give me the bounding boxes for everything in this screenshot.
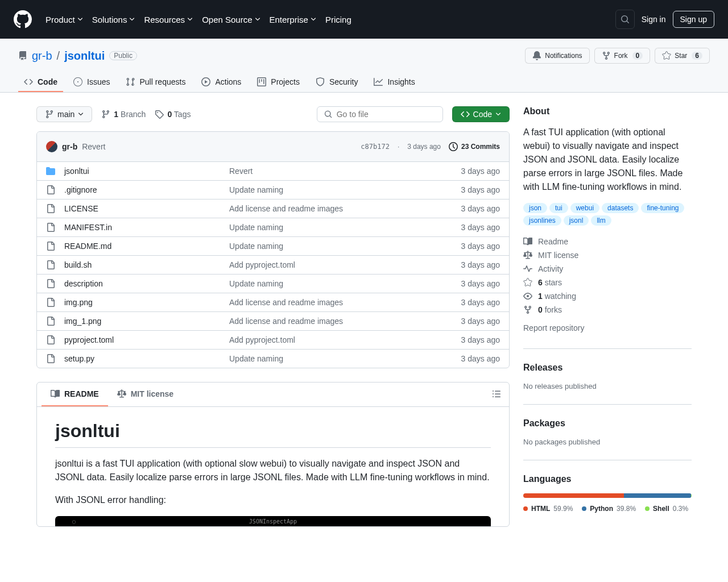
fork-icon — [602, 51, 611, 60]
branch-picker[interactable]: main — [36, 106, 92, 122]
file-icon — [46, 298, 55, 307]
nav-item-enterprise[interactable]: Enterprise — [265, 10, 321, 29]
packages-section: Packages No packages published — [523, 418, 692, 460]
file-name[interactable]: setup.py — [64, 354, 229, 363]
file-search[interactable] — [317, 106, 443, 122]
topic-datasets[interactable]: datasets — [602, 203, 639, 213]
notifications-button[interactable]: Notifications — [525, 48, 589, 64]
file-commit-msg[interactable]: Revert — [229, 167, 461, 176]
tab-projects[interactable]: Projects — [251, 73, 305, 92]
code-button[interactable]: Code — [452, 106, 510, 122]
file-commit-msg[interactable]: Add license and readme images — [229, 204, 461, 213]
file-commit-msg[interactable]: Update naming — [229, 354, 461, 363]
nav-item-product[interactable]: Product — [41, 10, 88, 29]
file-name[interactable]: README.md — [64, 242, 229, 251]
eye-icon — [523, 292, 532, 301]
global-header: Product Solutions Resources Open Source … — [0, 0, 728, 39]
file-commit-msg[interactable]: Update naming — [229, 185, 461, 194]
tag-count-link[interactable]: 0 Tags — [155, 110, 191, 119]
search-button[interactable] — [615, 10, 635, 29]
commit-author[interactable]: gr-b — [62, 142, 77, 151]
tab-insights[interactable]: Insights — [368, 73, 420, 92]
file-commit-msg[interactable]: Add license and readme images — [229, 298, 461, 307]
lang-item-html[interactable]: HTML 59.9% — [523, 505, 573, 513]
report-link[interactable]: Report repository — [523, 321, 692, 335]
topic-jsonl[interactable]: jsonl — [564, 215, 589, 226]
tab-pull-requests[interactable]: Pull requests — [120, 73, 191, 92]
file-name[interactable]: jsonltui — [64, 167, 229, 176]
topic-jsonlines[interactable]: jsonlines — [523, 215, 561, 226]
tab-actions[interactable]: Actions — [196, 73, 247, 92]
nav-item-resources[interactable]: Resources — [139, 10, 197, 29]
file-commit-msg[interactable]: Add pyproject.toml — [229, 260, 461, 269]
packages-heading: Packages — [523, 418, 692, 429]
repo-name-link[interactable]: jsonltui — [64, 49, 105, 63]
file-commit-msg[interactable]: Add pyproject.toml — [229, 335, 461, 344]
commit-message[interactable]: Revert — [82, 142, 105, 151]
readme-tabs: README MIT license — [37, 383, 509, 407]
topic-llm[interactable]: llm — [591, 215, 611, 226]
lang-item-python[interactable]: Python 39.8% — [582, 505, 636, 513]
owner-link[interactable]: gr-b — [32, 49, 52, 63]
file-name[interactable]: MANIFEST.in — [64, 223, 229, 232]
file-name[interactable]: pyproject.toml — [64, 335, 229, 344]
tag-icon — [155, 110, 164, 119]
file-icon — [46, 260, 55, 269]
file-commit-msg[interactable]: Add license and readme images — [229, 317, 461, 326]
forks-link[interactable]: 0 forks — [523, 303, 692, 317]
license-tab[interactable]: MIT license — [108, 383, 183, 406]
stars-link[interactable]: 6 stars — [523, 276, 692, 289]
star-icon — [523, 278, 532, 287]
file-icon — [46, 242, 55, 251]
file-name[interactable]: LICENSE — [64, 204, 229, 213]
file-commit-msg[interactable]: Update naming — [229, 242, 461, 251]
nav-item-solutions[interactable]: Solutions — [88, 10, 140, 29]
commits-link[interactable]: 23 Commits — [449, 142, 500, 151]
github-logo-icon[interactable] — [14, 10, 32, 28]
file-row: pyproject.toml Add pyproject.toml 3 days… — [37, 331, 509, 350]
releases-heading: Releases — [523, 363, 692, 373]
languages-heading: Languages — [523, 474, 692, 484]
topic-webui[interactable]: webui — [570, 203, 599, 213]
commit-hash[interactable]: c87b172 — [361, 143, 390, 151]
star-button[interactable]: Star 6 — [655, 48, 710, 64]
nav-item-open-source[interactable]: Open Source — [197, 10, 264, 29]
file-name[interactable]: img.png — [64, 298, 229, 307]
branch-count-link[interactable]: 1 Branch — [101, 110, 146, 119]
fork-button[interactable]: Fork 0 — [594, 48, 651, 64]
file-row: img.png Add license and readme images 3 … — [37, 293, 509, 312]
law-icon — [523, 251, 532, 260]
tab-issues[interactable]: Issues — [68, 73, 115, 92]
tab-code[interactable]: Code — [18, 73, 63, 92]
outline-button[interactable] — [489, 386, 504, 404]
lang-dot — [645, 506, 650, 511]
file-name[interactable]: build.sh — [64, 260, 229, 269]
topic-fine-tuning[interactable]: fine-tuning — [641, 203, 684, 213]
file-commit-msg[interactable]: Update naming — [229, 223, 461, 232]
lang-bar-segment — [624, 493, 691, 498]
topic-tui[interactable]: tui — [549, 203, 568, 213]
file-name[interactable]: description — [64, 279, 229, 288]
readme-link[interactable]: Readme — [523, 235, 692, 248]
topic-json[interactable]: json — [523, 203, 547, 213]
bell-icon — [532, 51, 541, 60]
file-commit-msg[interactable]: Update naming — [229, 279, 461, 288]
license-link[interactable]: MIT license — [523, 248, 692, 262]
lang-dot — [523, 506, 528, 511]
tab-security[interactable]: Security — [310, 73, 364, 92]
author-avatar[interactable] — [46, 141, 57, 152]
file-name[interactable]: .gitignore — [64, 185, 229, 194]
file-icon — [46, 354, 55, 363]
file-row: LICENSE Add license and readme images 3 … — [37, 199, 509, 218]
readme-tab[interactable]: README — [42, 383, 108, 406]
signup-button[interactable]: Sign up — [673, 11, 714, 28]
activity-link[interactable]: Activity — [523, 262, 692, 276]
book-icon — [523, 237, 532, 246]
watching-link[interactable]: 1 watching — [523, 289, 692, 303]
nav-item-pricing[interactable]: Pricing — [321, 10, 356, 29]
signin-link[interactable]: Sign in — [642, 15, 666, 24]
file-search-input[interactable] — [337, 110, 436, 119]
file-name[interactable]: img_1.png — [64, 317, 229, 326]
file-date: 3 days ago — [461, 242, 500, 251]
lang-item-shell[interactable]: Shell 0.3% — [645, 505, 688, 513]
